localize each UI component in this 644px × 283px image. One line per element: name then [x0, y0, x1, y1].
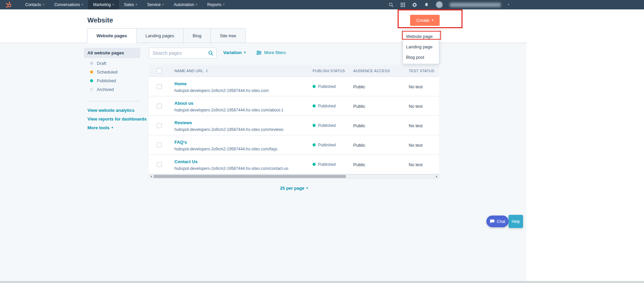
search-icon[interactable] [208, 50, 213, 57]
table-row: Home hubspot-developers-2o9cm2-19587444.… [149, 77, 439, 96]
more-tools-dropdown[interactable]: More tools ▾ [87, 125, 113, 130]
row-checkbox[interactable] [157, 162, 162, 167]
sidebar-item-label: All website pages [87, 50, 124, 55]
audience-access: Public [353, 162, 365, 167]
page-url: hubspot-developers-2o9cm2-19587444.hs-si… [174, 88, 269, 93]
tab-blog[interactable]: Blog [183, 28, 211, 43]
scrollbar-thumb[interactable] [154, 175, 346, 178]
account-name-redacted[interactable] [450, 3, 501, 7]
chevron-down-icon: ▾ [244, 51, 246, 54]
search-input[interactable] [149, 48, 216, 58]
page-url: hubspot-developers-2o9cm2-19587444.hs-si… [174, 166, 288, 171]
column-header-audience-access: AUDIENCE ACCESS [353, 69, 390, 73]
status-label: Scheduled [97, 69, 117, 75]
menu-item-blog-post[interactable]: Blog post [403, 52, 439, 62]
tab-label: Website pages [96, 33, 127, 38]
archived-status-dot-icon [90, 88, 93, 91]
nav-item-marketing[interactable]: Marketing▾ [88, 0, 119, 9]
menu-item-website-page[interactable]: Website page [403, 31, 439, 42]
row-checkbox[interactable] [157, 142, 162, 147]
sort-icon[interactable] [206, 69, 208, 73]
variation-dropdown[interactable]: Variation ▾ [223, 50, 245, 55]
published-dot-icon [313, 104, 316, 107]
page-name-link[interactable]: FAQ's [174, 139, 187, 144]
status-label: Published [97, 78, 116, 83]
chevron-down-icon: ▾ [162, 3, 164, 6]
menu-item-landing-page[interactable]: Landing page [403, 42, 439, 52]
tab-site-tree[interactable]: Site tree [210, 28, 245, 43]
nav-item-conversations[interactable]: Conversations▾ [49, 0, 88, 9]
variation-label: Variation [223, 50, 242, 55]
top-navigation: Contacts▾ Conversations▾ Marketing▾ Sale… [0, 0, 644, 9]
notifications-bell-icon[interactable] [424, 2, 429, 7]
nav-item-sales[interactable]: Sales▾ [119, 0, 142, 9]
published-dot-icon [313, 85, 316, 88]
draft-status-dot-icon [90, 62, 93, 65]
chat-widget-button[interactable]: Chat [486, 216, 509, 227]
settings-gear-icon[interactable] [412, 2, 417, 7]
scroll-left-arrow-icon[interactable] [149, 175, 153, 178]
row-checkbox[interactable] [157, 84, 162, 89]
publish-status: Published [313, 104, 336, 108]
search-icon[interactable] [389, 2, 394, 7]
chevron-down-icon: ▾ [223, 3, 225, 6]
publish-status-label: Published [318, 123, 336, 128]
status-label: Archived [97, 87, 114, 92]
publish-status: Published [313, 84, 336, 89]
more-filters-button[interactable]: More filters [256, 50, 286, 55]
hubspot-logo[interactable] [5, 1, 13, 9]
bottom-edge-strip [0, 281, 644, 283]
select-all-checkbox[interactable] [157, 68, 162, 73]
column-header-name-and-url[interactable]: NAME AND URL [174, 69, 208, 73]
sidebar-item-all-website-pages[interactable]: All website pages [84, 48, 140, 58]
status-filter-draft[interactable]: Draft [90, 59, 117, 67]
table-header-row: NAME AND URL PUBLISH STATUS AUDIENCE ACC… [149, 65, 439, 77]
nav-item-service[interactable]: Service▾ [142, 0, 169, 9]
avatar[interactable] [436, 1, 443, 8]
nav-item-label: Conversations [54, 2, 80, 7]
view-website-analytics-link[interactable]: View website analytics [87, 108, 134, 113]
row-checkbox[interactable] [157, 103, 162, 108]
nav-item-automation[interactable]: Automation▾ [169, 0, 202, 9]
tab-landing-pages[interactable]: Landing pages [136, 28, 184, 43]
create-dropdown-menu: Website page Landing page Blog post [403, 30, 439, 64]
page-name-link[interactable]: Contact Us [174, 159, 198, 164]
create-button[interactable]: Create ▾ [410, 15, 440, 26]
publish-status-label: Published [318, 143, 336, 147]
page-name-link[interactable]: Reviews [174, 120, 192, 125]
page-title: Website [87, 16, 113, 24]
chevron-down-icon: ▾ [306, 187, 308, 190]
status-filter-published[interactable]: Published [90, 76, 117, 85]
chat-bubble-icon [490, 219, 495, 224]
chat-label: Chat [497, 219, 505, 224]
view-reports-dashboards-link[interactable]: View reports for dashboards [87, 116, 147, 122]
column-header-label: TEST STATUS [409, 69, 434, 73]
help-button[interactable]: Help [509, 215, 523, 228]
page-name-link[interactable]: Home [174, 81, 187, 86]
tab-website-pages[interactable]: Website pages [87, 28, 136, 43]
status-filter-archived[interactable]: Archived [90, 85, 117, 94]
nav-item-label: Marketing [93, 2, 111, 7]
per-page-dropdown[interactable]: 25 per page ▾ [149, 186, 439, 191]
row-checkbox[interactable] [157, 123, 162, 128]
published-dot-icon [313, 143, 316, 146]
marketplace-grid-icon[interactable] [401, 3, 405, 7]
page-header: Website Create ▾ Website pages Landing p… [0, 9, 526, 43]
publish-status-label: Published [318, 162, 336, 167]
status-filter-scheduled[interactable]: Scheduled [90, 67, 117, 76]
column-header-label: AUDIENCE ACCESS [353, 69, 390, 73]
column-header-publish-status: PUBLISH STATUS [313, 69, 345, 73]
nav-item-label: Reports [207, 2, 222, 7]
tab-label: Landing pages [146, 33, 174, 38]
tab-label: Blog [193, 33, 201, 38]
nav-item-reports[interactable]: Reports▾ [202, 0, 230, 9]
horizontal-scrollbar[interactable] [149, 174, 439, 179]
nav-item-label: Service [147, 2, 161, 7]
page-name-link[interactable]: About us [174, 100, 193, 105]
page-url: hubspot-developers-2o9cm2-19587444.hs-si… [174, 127, 283, 132]
publish-status: Published [313, 162, 336, 167]
nav-item-label: Sales [124, 2, 134, 7]
scroll-right-arrow-icon[interactable] [435, 175, 439, 178]
nav-item-contacts[interactable]: Contacts▾ [20, 0, 49, 9]
chevron-down-icon: ▾ [112, 126, 113, 129]
